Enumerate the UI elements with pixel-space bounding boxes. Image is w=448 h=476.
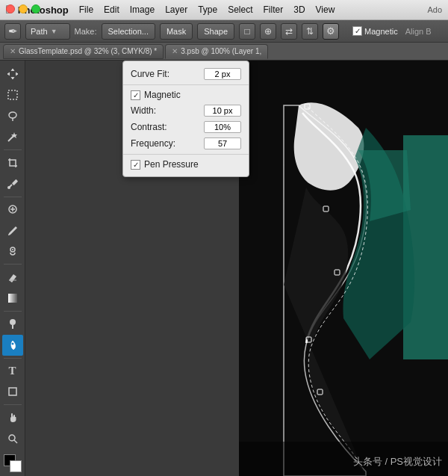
- minimize-button[interactable]: [19, 4, 28, 13]
- canvas-area: 头条号 / PS视觉设计 Curve Fit: ✓ Magnetic Width…: [25, 61, 448, 476]
- dodge-tool[interactable]: [2, 314, 23, 334]
- svg-point-16: [9, 435, 15, 441]
- width-row: Width:: [123, 102, 249, 119]
- curve-fit-label: Curve Fit:: [131, 69, 204, 79]
- svg-point-9: [12, 249, 13, 250]
- menu-image[interactable]: Image: [130, 4, 155, 15]
- shape-button[interactable]: Shape: [197, 23, 234, 40]
- path-align[interactable]: ⇄: [281, 23, 297, 40]
- menu-filter[interactable]: Filter: [264, 4, 284, 15]
- svg-point-14: [11, 342, 13, 344]
- svg-rect-0: [8, 90, 17, 99]
- healing-tool[interactable]: [2, 200, 23, 220]
- path-op-new[interactable]: □: [239, 23, 255, 40]
- eraser-tool[interactable]: [2, 267, 23, 287]
- menu-file[interactable]: File: [79, 4, 93, 15]
- pen-pressure-label: Pen Pressure: [144, 159, 241, 170]
- contrast-label: Contrast:: [131, 122, 204, 132]
- ado-label: Ado: [427, 5, 442, 14]
- tab-close-3psb[interactable]: ✕: [172, 47, 178, 55]
- brush-tool[interactable]: [2, 220, 23, 241]
- tab-label-3psb: 3.psb @ 100% (Layer 1,: [181, 47, 261, 55]
- close-button[interactable]: [6, 4, 15, 13]
- clone-tool[interactable]: [2, 241, 23, 262]
- svg-rect-25: [239, 442, 448, 476]
- make-label: Make:: [75, 27, 97, 36]
- tab-glass-template[interactable]: ✕ GlassTemplate.psd @ 32% (3, CMYK/8) *: [3, 44, 164, 59]
- width-input[interactable]: [204, 105, 241, 117]
- magic-wand-tool[interactable]: [2, 127, 23, 147]
- tool-sep-1: [4, 149, 22, 150]
- menu-3d[interactable]: 3D: [293, 4, 305, 15]
- align-label: Align B: [405, 27, 432, 36]
- frequency-row: Frequency:: [123, 135, 249, 152]
- background-color[interactable]: [10, 460, 22, 472]
- color-swatches[interactable]: [2, 453, 23, 473]
- zoom-tool[interactable]: [2, 428, 23, 448]
- menu-edit[interactable]: Edit: [104, 4, 119, 15]
- contrast-input[interactable]: [204, 121, 241, 133]
- dp-divider-1: [123, 84, 249, 85]
- tab-close-glass[interactable]: ✕: [10, 47, 16, 55]
- magnetic-row[interactable]: ✓ Magnetic: [123, 87, 249, 102]
- width-label: Width:: [131, 105, 204, 116]
- tool-sep-3: [4, 264, 22, 265]
- menu-view[interactable]: View: [316, 4, 335, 15]
- pen-tool-icon[interactable]: ✒: [4, 23, 21, 40]
- menu-select[interactable]: Select: [228, 4, 252, 15]
- dp-divider-2: [123, 154, 249, 155]
- main-area: T: [0, 61, 448, 476]
- tabs-bar: ✕ GlassTemplate.psd @ 32% (3, CMYK/8) * …: [0, 43, 448, 61]
- tool-sep-4: [4, 311, 22, 312]
- lasso-tool[interactable]: [2, 106, 23, 126]
- canvas-content[interactable]: 头条号 / PS视觉设计: [239, 61, 448, 476]
- mask-button[interactable]: Mask: [160, 23, 193, 40]
- frequency-input[interactable]: [204, 137, 241, 149]
- magnetic-label: Magnetic: [364, 27, 398, 36]
- gear-icon[interactable]: ⚙: [323, 23, 339, 40]
- tool-sep-5: [4, 358, 22, 359]
- curve-fit-input[interactable]: [204, 68, 241, 80]
- shape-tool[interactable]: [2, 382, 23, 402]
- magnetic-checkbox[interactable]: ✓: [352, 26, 362, 36]
- toolbar: T: [0, 61, 25, 476]
- frequency-label: Frequency:: [131, 138, 204, 149]
- svg-line-17: [14, 440, 17, 443]
- magnetic-dp-checkbox[interactable]: ✓: [131, 90, 140, 100]
- tool-sep-6: [4, 404, 22, 405]
- tab-label-glass: GlassTemplate.psd @ 32% (3, CMYK/8) *: [19, 47, 157, 55]
- gradient-tool[interactable]: [2, 288, 23, 309]
- crop-tool[interactable]: [2, 152, 23, 173]
- path-dropdown[interactable]: Path ▼: [25, 23, 70, 40]
- menu-layer[interactable]: Layer: [165, 4, 187, 15]
- svg-point-6: [7, 186, 10, 189]
- magnetic-option[interactable]: ✓ Magnetic: [352, 26, 398, 36]
- canvas-svg: [239, 61, 448, 476]
- svg-point-1: [9, 112, 16, 118]
- pen-tool[interactable]: [2, 335, 23, 355]
- tab-3psb[interactable]: ✕ 3.psb @ 100% (Layer 1,: [165, 44, 268, 59]
- pen-pressure-row[interactable]: ✓ Pen Pressure: [123, 157, 249, 172]
- svg-rect-4: [11, 179, 17, 185]
- text-tool[interactable]: T: [2, 361, 23, 381]
- svg-point-12: [10, 319, 16, 325]
- window-controls: [6, 4, 40, 13]
- menu-type[interactable]: Type: [198, 4, 217, 15]
- pen-pressure-checkbox[interactable]: ✓: [131, 160, 140, 170]
- path-op-add[interactable]: ⊕: [260, 23, 276, 40]
- menu-bar:  Photoshop File Edit Image Layer Type S…: [0, 0, 448, 20]
- svg-rect-15: [9, 388, 16, 395]
- hand-tool[interactable]: [2, 407, 23, 427]
- magnetic-dp-label: Magnetic: [144, 90, 241, 100]
- eyedropper-tool[interactable]: [2, 173, 23, 194]
- menu-items: File Edit Image Layer Type Select Filter…: [79, 4, 335, 15]
- maximize-button[interactable]: [31, 4, 40, 13]
- marquee-tool[interactable]: [2, 84, 23, 105]
- selection-button[interactable]: Selection...: [102, 23, 155, 40]
- move-tool[interactable]: [2, 64, 23, 84]
- svg-rect-11: [8, 294, 17, 303]
- curve-fit-row: Curve Fit:: [123, 66, 249, 82]
- dropdown-panel: Curve Fit: ✓ Magnetic Width: Contrast: F…: [122, 61, 249, 177]
- path-arrange[interactable]: ⇅: [302, 23, 318, 40]
- tool-sep-2: [4, 197, 22, 197]
